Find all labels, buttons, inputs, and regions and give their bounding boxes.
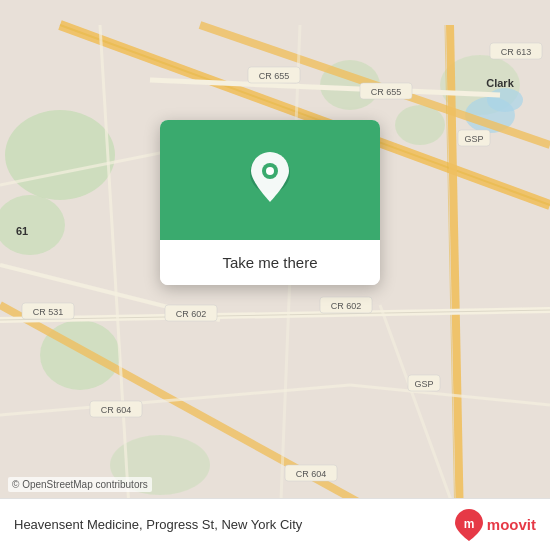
svg-text:CR 602: CR 602 <box>176 309 207 319</box>
svg-point-9 <box>487 88 523 112</box>
attribution-text: © OpenStreetMap contributors <box>12 479 148 490</box>
moovit-logo-text: moovit <box>487 516 536 533</box>
svg-text:CR 602: CR 602 <box>331 301 362 311</box>
svg-text:Clark: Clark <box>486 77 514 89</box>
popup-header <box>160 120 380 240</box>
svg-text:m: m <box>463 517 474 531</box>
moovit-logo: m moovit <box>455 509 536 541</box>
svg-text:GSP: GSP <box>414 379 433 389</box>
svg-text:CR 604: CR 604 <box>296 469 327 479</box>
moovit-pin-icon: m <box>455 509 483 541</box>
svg-text:CR 613: CR 613 <box>501 47 532 57</box>
svg-text:GSP: GSP <box>464 134 483 144</box>
bottom-bar: Heavensent Medicine, Progress St, New Yo… <box>0 498 550 550</box>
svg-point-1 <box>5 110 115 200</box>
osm-attribution: © OpenStreetMap contributors <box>8 477 152 492</box>
svg-text:61: 61 <box>16 225 28 237</box>
take-me-there-button[interactable]: Take me there <box>160 240 380 285</box>
svg-point-5 <box>395 105 445 145</box>
location-text: Heavensent Medicine, Progress St, New Yo… <box>14 517 455 532</box>
popup-card: Take me there <box>160 120 380 285</box>
location-pin-icon <box>246 152 294 208</box>
svg-point-50 <box>266 167 274 175</box>
svg-text:CR 531: CR 531 <box>33 307 64 317</box>
svg-text:CR 655: CR 655 <box>371 87 402 97</box>
svg-text:CR 655: CR 655 <box>259 71 290 81</box>
svg-text:CR 604: CR 604 <box>101 405 132 415</box>
map-container: CR 655 CR 655 CR 613 CR 602 CR 602 CR 53… <box>0 0 550 550</box>
take-me-there-label: Take me there <box>222 254 317 271</box>
